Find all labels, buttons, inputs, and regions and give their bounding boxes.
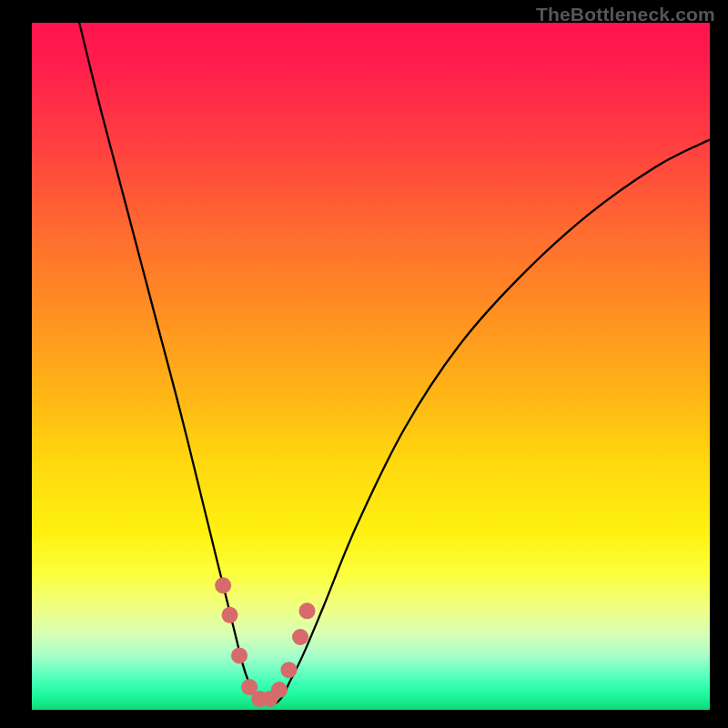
watermark-text: TheBottleneck.com bbox=[536, 4, 715, 25]
highlight-dot bbox=[292, 629, 308, 645]
highlight-dot bbox=[271, 682, 288, 698]
highlight-dot bbox=[280, 662, 297, 678]
bottleneck-curve bbox=[79, 23, 710, 703]
chart-frame: TheBottleneck.com bbox=[0, 0, 728, 728]
highlight-dot bbox=[299, 602, 316, 619]
highlight-dot bbox=[231, 647, 248, 663]
chart-svg bbox=[32, 23, 710, 710]
highlight-dot bbox=[215, 577, 231, 593]
highlight-dot bbox=[222, 607, 238, 623]
plot-area bbox=[32, 23, 710, 710]
curve-layer bbox=[79, 23, 710, 703]
marker-layer bbox=[215, 577, 315, 707]
